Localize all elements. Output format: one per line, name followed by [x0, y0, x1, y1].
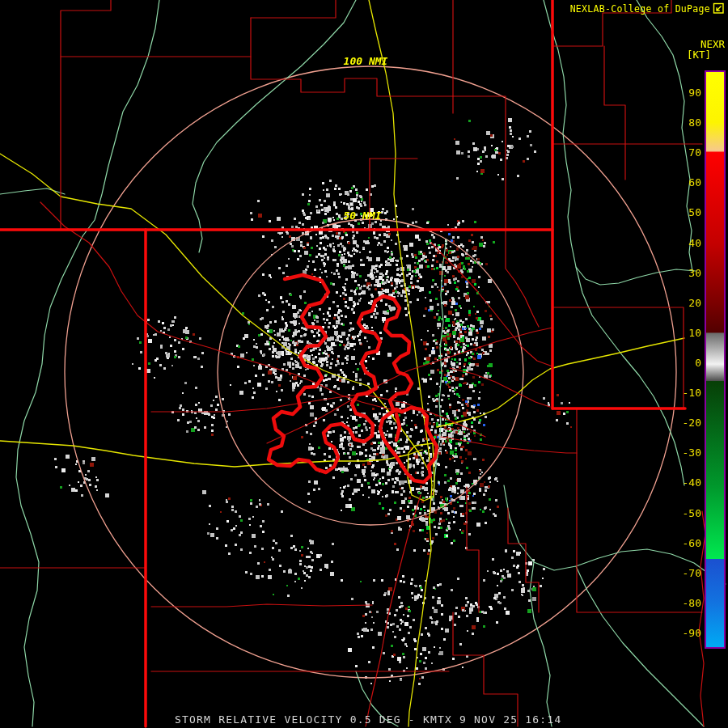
range-ring-label-100nmi: 100 NMI — [344, 55, 388, 67]
colorbar-tick-label: 40 — [688, 238, 701, 249]
external-link-icon — [713, 2, 725, 15]
colorbar-tick-label: 80 — [688, 117, 701, 129]
colorbar-tick-label: 70 — [688, 147, 701, 159]
colorbar-tick-label: -60 — [683, 538, 701, 549]
colorbar-tick-label: 20 — [688, 298, 701, 309]
colorbar-tick-label: -50 — [683, 508, 701, 519]
colorbar-tick-label: 30 — [688, 268, 701, 279]
colorbar-tick-label: 60 — [688, 177, 701, 188]
colorbar-tick-label: -20 — [683, 417, 701, 429]
colorbar-tick-label: 10 — [688, 328, 701, 339]
colorbar-tick-label: -40 — [683, 477, 701, 489]
range-ring-label-50nmi: 50 NMI — [344, 210, 382, 222]
colorbar — [705, 70, 726, 649]
colorbar-units: [KT] — [687, 49, 711, 61]
brand-link[interactable]: NEXLAB-College of DuPage — [570, 2, 725, 15]
product-status-text: STORM RELATIVE VELOCITY 0.5 DEG - KMTX 9… — [175, 713, 561, 726]
brand-label: NEXLAB-College of DuPage — [570, 3, 710, 15]
colorbar-tick-label: -80 — [683, 598, 701, 609]
colorbar-tick-label: 0 — [695, 358, 701, 369]
colorbar-tick-label: 50 — [688, 207, 701, 218]
colorbar-tick-label: 90 — [688, 87, 701, 99]
colorbar-tick-label: -30 — [683, 447, 701, 459]
colorbar-tick-label: -10 — [683, 387, 701, 399]
colorbar-tick-label: -70 — [683, 568, 701, 579]
radar-viewer: 100 NMI 50 NMI NEXLAB-College of DuPage … — [0, 0, 728, 728]
radar-map-canvas — [0, 0, 728, 728]
colorbar-tick-label: -90 — [683, 628, 701, 639]
